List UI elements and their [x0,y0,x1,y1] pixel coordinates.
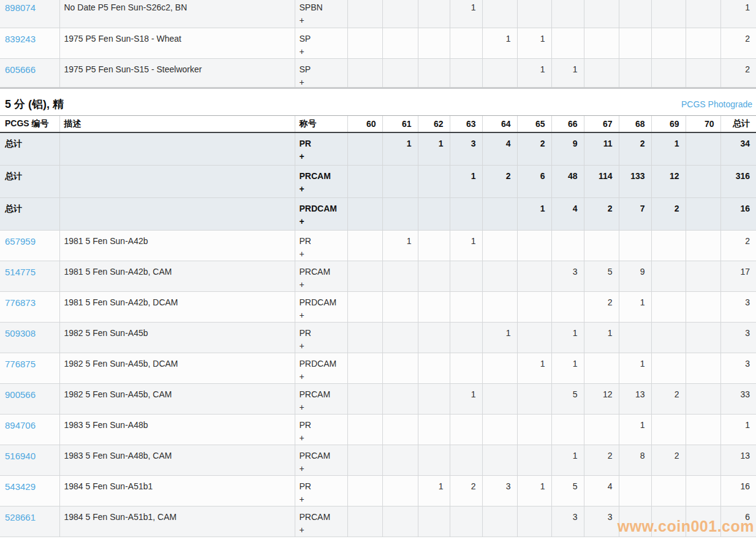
table-row: 5093081982 5 Fen Sun-A45bPR+1113 [0,322,756,353]
designation-cell: PR+ [295,322,347,353]
header-grade-69: 69 [651,116,686,133]
grade-63-cell: 1 [450,165,482,197]
grade-68-cell: 13 [619,383,651,414]
grade-63-cell [450,353,482,383]
total-count-cell: 33 [720,383,756,414]
grade-66-cell: 1 [551,353,584,383]
designation-cell: SP+ [295,28,347,58]
description-cell: 1981 5 Fen Sun-A42b [59,230,295,261]
header-designation: 称号 [295,116,347,133]
designation-plus: + [300,401,343,414]
header-grade-60: 60 [347,116,382,133]
designation-plus: + [300,524,343,537]
grade-70-cell [686,506,720,537]
designation-cell: PRCAM+ [295,383,347,414]
table-row: 5169401983 5 Fen Sun-A48b, CAMPRCAM+1282… [0,445,756,475]
pcgs-number-link[interactable]: 516940 [5,451,36,461]
grade-60-cell [347,197,382,230]
grade-65-cell: 1 [517,58,551,89]
grade-66-cell: 1 [551,445,584,475]
grade-65-cell: 1 [517,475,551,506]
description-cell: 1981 5 Fen Sun-A42b, CAM [59,261,295,291]
grade-61-cell [382,414,418,445]
pcgs-number-link[interactable]: 776873 [5,297,36,308]
grade-60-cell [347,291,382,322]
table-row: 9005661982 5 Fen Sun-A45b, CAMPRCAM+1512… [0,383,756,414]
photograde-link[interactable]: PCGS Photograde [681,99,752,109]
grade-69-cell: 2 [651,445,686,475]
description-cell: 1982 5 Fen Sun-A45b, CAM [59,383,295,414]
total-label-cell: 总计 [0,165,59,197]
pcgs-number-link[interactable]: 528661 [5,512,36,522]
grade-62-cell [418,197,450,230]
designation-label: PRDCAM [300,296,343,309]
pcgs-number-link[interactable]: 543429 [5,481,36,492]
grade-64-cell [482,58,517,89]
grade-64-cell [482,261,517,291]
grade-69-cell [651,475,686,506]
grade-69-cell [651,506,686,537]
description-cell [59,197,295,230]
grade-63-cell [450,28,482,58]
total-count-cell: 17 [720,261,756,291]
population-table: PCGS 编号描述称号6061626364656667686970总计 总计PR… [0,115,756,537]
designation-label: PRCAM [300,449,343,462]
grade-61-cell [382,0,418,28]
grade-66-cell [551,230,584,261]
grade-63-cell: 1 [450,383,482,414]
designation-cell: PRCAM+ [295,445,347,475]
grade-66-cell: 1 [551,322,584,353]
grade-70-cell [686,353,720,383]
previous-population-table: 898074No Date P5 Fen Sun-S26c2, BNSPBN+1… [0,0,756,89]
pcgs-number-link[interactable]: 898074 [5,2,36,13]
header-grade-63: 63 [450,116,482,133]
designation-plus: + [300,370,343,383]
designation-label: PRCAM [300,511,343,524]
designation-plus: + [300,215,343,228]
grade-66-cell [551,414,584,445]
grade-62-cell [418,165,450,197]
pcgs-number-link[interactable]: 657959 [5,236,36,247]
pcgs-number-link[interactable]: 514775 [5,267,36,277]
pcgs-number-link[interactable]: 894706 [5,420,36,430]
grade-62-cell [418,445,450,475]
table-row: 6056661975 P5 Fen Sun-S15 - SteelworkerS… [0,58,756,89]
grade-67-cell: 4 [584,475,619,506]
header-grade-67: 67 [584,116,619,133]
total-label-cell: 总计 [0,132,59,165]
grade-68-cell: 1 [619,353,651,383]
total-count-cell: 13 [720,445,756,475]
table-row: 6579591981 5 Fen Sun-A42bPR+112 [0,230,756,261]
pcgs-number-link[interactable]: 605666 [5,64,36,75]
pcgs-number-link[interactable]: 839243 [5,34,36,44]
grade-67-cell [584,28,619,58]
grade-69-cell [651,0,686,28]
grade-64-cell [482,506,517,537]
grade-63-cell [450,445,482,475]
pcgs-number-link[interactable]: 509308 [5,328,36,338]
grade-68-cell: 1 [619,414,651,445]
total-count-cell: 6 [720,506,756,537]
grade-68-cell: 133 [619,165,651,197]
pcgs-number-link[interactable]: 900566 [5,389,36,400]
grade-70-cell [686,230,720,261]
grade-68-cell [619,28,651,58]
grade-66-cell: 3 [551,261,584,291]
grade-64-cell [482,0,517,28]
grade-65-cell [517,414,551,445]
grade-64-cell: 4 [482,132,517,165]
total-count-cell: 34 [720,132,756,165]
designation-plus: + [300,309,343,322]
grade-63-cell [450,197,482,230]
total-count-cell: 2 [720,58,756,89]
table-row: 7768751982 5 Fen Sun-A45b, DCAMPRDCAM+11… [0,353,756,383]
grade-62-cell [418,353,450,383]
designation-cell: PR+ [295,475,347,506]
grade-65-cell: 1 [517,197,551,230]
grade-60-cell [347,353,382,383]
pcgs-number-link[interactable]: 776875 [5,359,36,369]
grade-63-cell: 3 [450,132,482,165]
header-grade-70: 70 [686,116,720,133]
designation-cell: PRCAM+ [295,165,347,197]
grade-62-cell [418,0,450,28]
